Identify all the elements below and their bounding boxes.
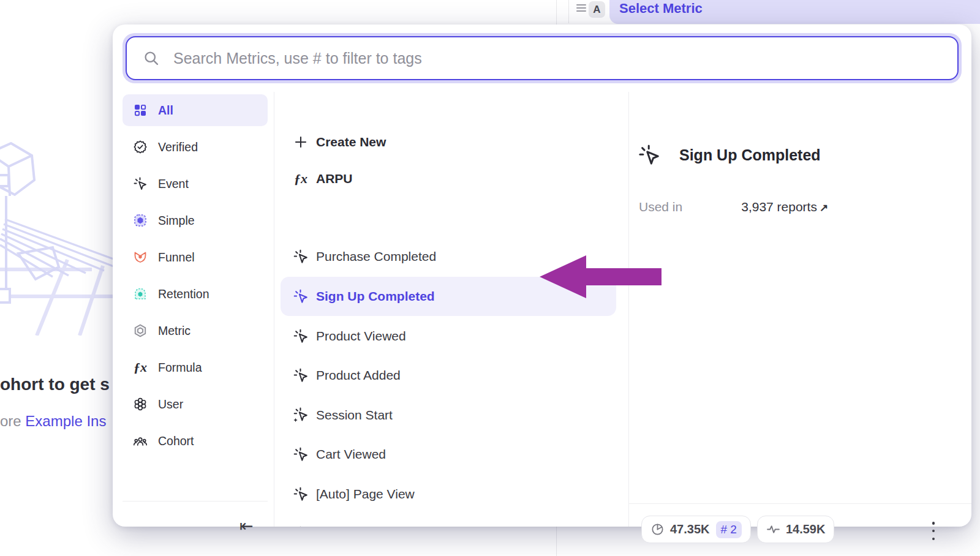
metric-detail-panel: Sign Up Completed Used in 3,937 reports↗… — [629, 92, 971, 527]
list-item-label: [Auto] Page View — [316, 487, 415, 502]
link-prefix-text: ore — [0, 413, 25, 429]
list-item-label: Sign Up Completed — [316, 289, 435, 304]
list-item-arpu[interactable]: ƒx ARPU — [281, 163, 616, 195]
retention-icon — [132, 286, 148, 302]
list-item-label: ARPU — [316, 171, 353, 186]
list-item-event[interactable]: Cart Viewed — [281, 438, 616, 470]
list-item-label: Session Start — [316, 408, 393, 423]
pie-chart-icon — [650, 522, 665, 536]
used-in-reports-link[interactable]: 3,937 reports↗ — [741, 200, 828, 214]
sidebar-item-label: Verified — [158, 140, 198, 154]
sidebar-item-label: Formula — [158, 361, 202, 375]
search-input[interactable] — [173, 50, 945, 67]
plus-icon — [292, 133, 310, 151]
used-in-label: Used in — [639, 200, 682, 214]
background-link-line: ore Example Ins — [0, 413, 113, 430]
list-item-event[interactable]: [Auto] Page View — [281, 478, 616, 510]
event-icon — [292, 445, 310, 464]
screen: A Select Metric ohort to get s ore Examp… — [0, 0, 980, 556]
simple-metric-icon — [132, 212, 148, 228]
list-item-label: Product Added — [316, 368, 401, 383]
list-item-event[interactable]: Session Start — [281, 399, 616, 431]
event-icon — [292, 327, 310, 345]
stat-value: 14.59K — [786, 522, 826, 536]
list-item-event[interactable]: Checkout Started — [281, 517, 616, 527]
sidebar-item-label: Funnel — [158, 250, 195, 265]
sidebar-item-funnel[interactable]: Funnel — [123, 241, 268, 273]
formula-icon: ƒx — [292, 170, 310, 188]
background-panel-divider-2 — [568, 0, 569, 23]
sidebar-item-formula[interactable]: ƒx Formula — [123, 351, 268, 383]
category-sidebar: All Verified Event — [123, 92, 268, 527]
event-icon — [132, 176, 148, 192]
sidebar-item-label: Event — [158, 177, 189, 191]
sidebar-item-label: User — [158, 397, 183, 411]
external-link-icon: ↗ — [820, 202, 828, 214]
collapse-sidebar-icon[interactable]: ⇤ — [233, 514, 260, 538]
sidebar-item-simple[interactable]: Simple — [123, 205, 268, 236]
metric-picker-dialog: All Verified Event — [113, 24, 971, 527]
wireframe-illustration — [0, 140, 116, 336]
example-insights-link[interactable]: Example Ins — [25, 413, 106, 429]
detail-title: Sign Up Completed — [679, 146, 821, 164]
list-item-label: Create New — [316, 135, 386, 149]
report-count-stat-pill[interactable]: 47.35K # 2 — [641, 516, 751, 543]
list-item-label: Checkout Started — [316, 526, 415, 527]
event-icon — [292, 247, 310, 266]
rank-badge: # 2 — [716, 521, 742, 538]
event-icon — [292, 366, 310, 385]
search-focus-ring — [123, 33, 962, 83]
metric-list: Create New ƒx ARPU Events Purchase Compl… — [274, 92, 628, 527]
event-icon — [292, 287, 310, 306]
list-item-label: Product Viewed — [316, 329, 406, 344]
sidebar-item-label: All — [158, 103, 173, 118]
create-new-button[interactable]: Create New — [281, 126, 616, 158]
series-a-badge: A — [589, 1, 605, 18]
list-item-label: Cart Viewed — [316, 447, 386, 462]
metric-icon — [132, 323, 148, 339]
sidebar-item-label: Cohort — [158, 434, 194, 448]
list-item-event[interactable]: Product Viewed — [281, 320, 616, 352]
sidebar-item-label: Simple — [158, 214, 195, 228]
event-icon — [638, 143, 661, 167]
event-icon — [292, 485, 310, 503]
pulse-icon — [766, 522, 780, 536]
background-headline: ohort to get s — [0, 375, 113, 394]
list-item-event[interactable]: Product Added — [281, 359, 616, 391]
drag-handle-icon[interactable] — [576, 4, 586, 13]
sidebar-item-verified[interactable]: Verified — [123, 131, 268, 163]
funnel-icon — [132, 249, 148, 265]
kebab-menu-icon[interactable] — [927, 520, 940, 541]
cohort-icon — [132, 433, 148, 449]
sidebar-item-retention[interactable]: Retention — [123, 278, 268, 310]
verified-badge-icon — [132, 139, 148, 155]
stat-value: 47.35K — [670, 522, 710, 536]
sidebar-item-label: Metric — [158, 324, 190, 338]
search-icon — [143, 50, 160, 67]
select-metric-label[interactable]: Select Metric — [619, 1, 703, 17]
event-icon — [292, 524, 310, 527]
session-start-event-icon — [292, 406, 310, 424]
sidebar-item-cohort[interactable]: Cohort — [123, 425, 268, 457]
user-icon — [132, 396, 148, 412]
sidebar-footer-divider — [123, 501, 268, 502]
search-box[interactable] — [126, 36, 959, 80]
sidebar-item-label: Retention — [158, 287, 209, 301]
list-item-event[interactable]: Purchase Completed — [281, 241, 616, 272]
sidebar-item-all[interactable]: All — [123, 94, 268, 126]
grid-icon — [132, 102, 148, 118]
list-item-event-selected[interactable]: Sign Up Completed — [281, 277, 616, 316]
sidebar-item-user[interactable]: User — [123, 388, 268, 420]
activity-stat-pill[interactable]: 14.59K — [757, 516, 835, 543]
sidebar-item-metric[interactable]: Metric — [123, 315, 268, 347]
sidebar-item-event[interactable]: Event — [123, 168, 268, 200]
detail-footer-divider — [629, 503, 971, 504]
formula-icon: ƒx — [132, 359, 148, 375]
list-item-label: Purchase Completed — [316, 249, 436, 264]
